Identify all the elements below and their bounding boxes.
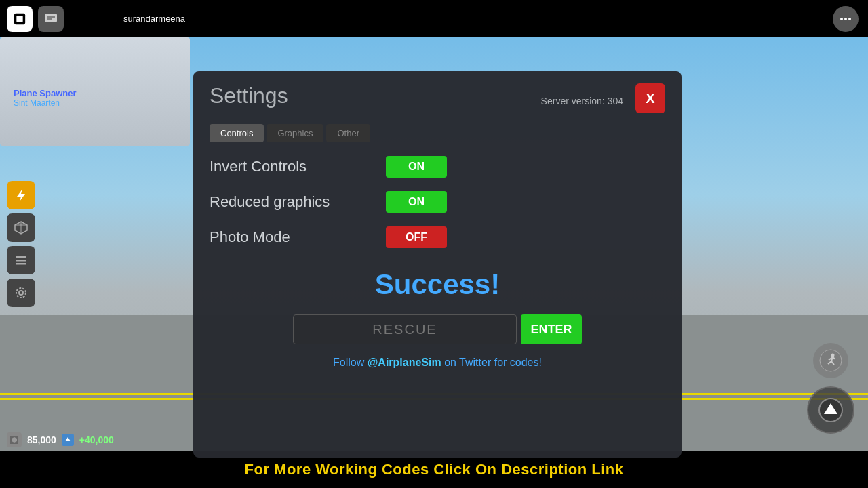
coin-amount: 85,000 bbox=[27, 434, 56, 445]
setting-row-photo-mode: Photo Mode OFF bbox=[210, 226, 665, 248]
roblox-icon[interactable] bbox=[7, 6, 33, 32]
svg-marker-19 bbox=[65, 437, 71, 441]
coin-bar: 85,000 +40,000 bbox=[7, 432, 114, 447]
username-label: surandarmeena bbox=[123, 14, 185, 24]
follow-handle: @AirplaneSim bbox=[368, 357, 441, 368]
sidebar-icon-gear[interactable] bbox=[7, 279, 35, 307]
reduced-graphics-label: Reduced graphics bbox=[210, 193, 386, 211]
svg-point-7 bbox=[848, 18, 851, 20]
svg-marker-8 bbox=[17, 189, 25, 201]
code-area: ENTER bbox=[210, 314, 665, 344]
setting-row-reduced-graphics: Reduced graphics ON bbox=[210, 191, 665, 213]
svg-rect-13 bbox=[16, 260, 26, 262]
airport-sub: Sint Maarten bbox=[14, 98, 76, 108]
svg-point-16 bbox=[16, 288, 26, 298]
photo-mode-toggle[interactable]: OFF bbox=[386, 226, 447, 248]
setting-row-invert-controls: Invert Controls ON bbox=[210, 156, 665, 178]
modal-header: Settings Server version: 304 X bbox=[210, 83, 665, 113]
plus-amount: +40,000 bbox=[79, 434, 114, 445]
svg-point-6 bbox=[844, 18, 847, 20]
svg-rect-12 bbox=[16, 256, 26, 258]
coin-icon bbox=[7, 432, 22, 447]
run-icon[interactable] bbox=[813, 343, 848, 378]
invert-controls-toggle[interactable]: ON bbox=[386, 156, 447, 178]
arrow-icon bbox=[62, 434, 74, 446]
svg-rect-2 bbox=[45, 14, 57, 22]
up-arrow-button[interactable] bbox=[807, 386, 854, 434]
banner-text: For More Working Codes Click On Descript… bbox=[245, 461, 624, 479]
svg-point-21 bbox=[831, 354, 835, 357]
svg-point-5 bbox=[840, 18, 843, 20]
left-sidebar bbox=[7, 181, 35, 307]
success-text: Success! bbox=[210, 268, 665, 301]
airport-label: Plane Spawner Sint Maarten bbox=[14, 88, 76, 108]
chat-icon[interactable] bbox=[38, 6, 64, 32]
sidebar-icon-list[interactable] bbox=[7, 246, 35, 274]
follow-pre: Follow bbox=[333, 357, 368, 368]
tab-graphics[interactable]: Graphics bbox=[267, 124, 323, 142]
server-version-label: Server version: 304 bbox=[541, 96, 623, 106]
more-menu-button[interactable] bbox=[833, 6, 859, 32]
svg-point-20 bbox=[820, 350, 842, 371]
tab-controls[interactable]: Controls bbox=[210, 124, 264, 142]
follow-post: on Twitter for codes! bbox=[441, 357, 542, 368]
modal-title: Settings bbox=[210, 83, 288, 108]
modal-tabs: Controls Graphics Other bbox=[210, 124, 665, 142]
svg-point-15 bbox=[19, 291, 23, 295]
settings-rows: Invert Controls ON Reduced graphics ON P… bbox=[210, 156, 665, 248]
enter-button[interactable]: ENTER bbox=[521, 314, 582, 344]
reduced-graphics-toggle[interactable]: ON bbox=[386, 191, 447, 213]
svg-rect-1 bbox=[16, 16, 22, 22]
sidebar-icon-cube[interactable] bbox=[7, 214, 35, 242]
svg-rect-14 bbox=[16, 263, 26, 265]
code-input[interactable] bbox=[293, 314, 517, 344]
follow-text: Follow @AirplaneSim on Twitter for codes… bbox=[210, 357, 665, 369]
settings-modal: Settings Server version: 304 X Controls … bbox=[193, 71, 682, 458]
right-controls bbox=[807, 343, 854, 434]
tab-other[interactable]: Other bbox=[326, 124, 370, 142]
photo-mode-label: Photo Mode bbox=[210, 228, 386, 246]
airport-name: Plane Spawner bbox=[14, 88, 76, 98]
invert-controls-label: Invert Controls bbox=[210, 158, 386, 176]
top-bar: surandarmeena bbox=[0, 0, 868, 37]
close-button[interactable]: X bbox=[635, 83, 665, 113]
sidebar-icon-lightning[interactable] bbox=[7, 181, 35, 209]
